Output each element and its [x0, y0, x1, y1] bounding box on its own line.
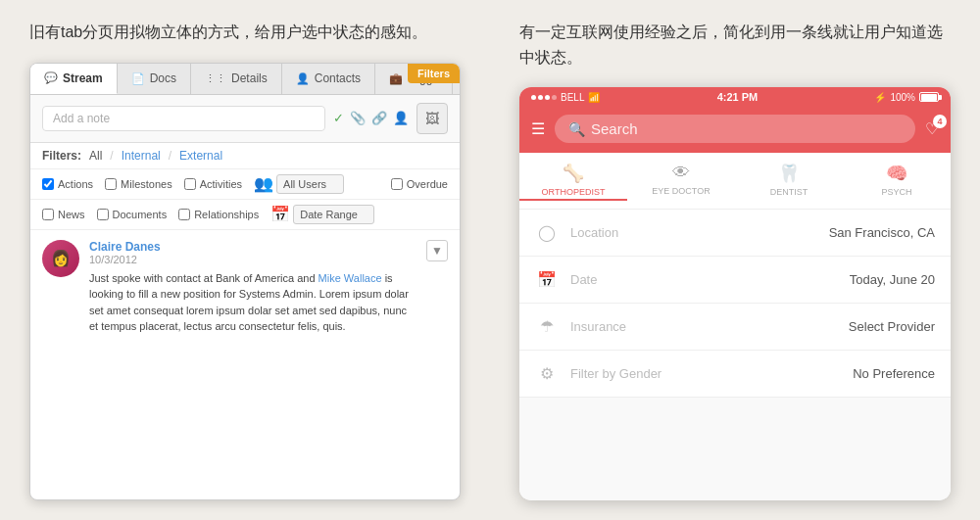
actions-checkbox[interactable]	[42, 178, 54, 190]
date-range-dropdown-wrap: 📅 Date Range	[270, 205, 374, 224]
link-icon: 🔗	[371, 111, 387, 125]
filters-label: Filters:	[42, 149, 81, 163]
filter-sep-1: /	[110, 149, 113, 163]
battery-fill	[921, 94, 937, 101]
details-icon: ⋮⋮	[205, 72, 226, 85]
post-content: Claire Danes 10/3/2012 Just spoke with c…	[89, 240, 416, 335]
all-users-dropdown[interactable]: All Users	[276, 174, 344, 194]
gender-icon: ⚙	[535, 364, 559, 383]
date-label: Date	[570, 272, 838, 287]
tab-details-label: Details	[231, 71, 268, 85]
location-row[interactable]: ◯ Location San Francisco, CA	[519, 210, 951, 257]
news-checkbox[interactable]	[42, 209, 54, 220]
dentist-icon: 🦷	[778, 163, 800, 184]
relationships-checkbox[interactable]	[178, 209, 190, 220]
note-input[interactable]: Add a note	[42, 106, 325, 131]
gender-row[interactable]: ⚙ Filter by Gender No Preference	[519, 351, 951, 398]
milestones-checkbox[interactable]	[105, 178, 117, 190]
cb-news: News	[42, 209, 85, 220]
right-panel: 有一定互联网使用经验之后，简化到用一条线就让用户知道选中状态。 BELL 📶 4…	[490, 0, 980, 520]
cb-actions: Actions	[42, 178, 93, 190]
desktop-app: 💬 Stream 📄 Docs ⋮⋮ Details 👤 Contacts 💼 …	[29, 63, 461, 500]
filters-badge[interactable]: Filters	[408, 64, 460, 83]
attach-icon: 📎	[350, 111, 366, 125]
milestones-label: Milestones	[121, 178, 172, 190]
signal-dot-1	[531, 95, 536, 100]
psych-icon: 🧠	[886, 163, 907, 184]
gender-label: Filter by Gender	[570, 366, 841, 381]
filter-external[interactable]: External	[179, 149, 222, 163]
filter-row: Filters: All / Internal / External	[30, 143, 460, 169]
orthopedist-icon: 🦴	[563, 163, 584, 184]
note-placeholder: Add a note	[53, 112, 110, 125]
relationships-label: Relationships	[194, 209, 259, 220]
documents-label: Documents	[113, 209, 168, 220]
mention-mike-wallace[interactable]: Mike Wallace	[318, 272, 382, 284]
user-icon: 👤	[393, 111, 409, 125]
cat-tab-psych[interactable]: 🧠 PSYCH	[843, 161, 951, 201]
insurance-row[interactable]: ☂ Insurance Select Provider	[519, 304, 951, 351]
mobile-app: BELL 📶 4:21 PM ⚡ 100% ☰ 🔍 Search ♡ 4	[519, 87, 951, 500]
insurance-value: Select Provider	[849, 319, 935, 334]
overdue-checkbox[interactable]	[391, 178, 403, 190]
tab-stream-label: Stream	[63, 71, 103, 85]
tab-contacts[interactable]: 👤 Contacts	[282, 64, 375, 94]
filter-all[interactable]: All	[89, 149, 102, 163]
location-label: Location	[570, 225, 817, 240]
status-right: ⚡ 100%	[874, 92, 939, 103]
mobile-search-bar: ☰ 🔍 Search ♡ 4	[519, 107, 951, 153]
tab-details[interactable]: ⋮⋮ Details	[191, 64, 282, 94]
tab-stream[interactable]: 💬 Stream	[30, 64, 118, 94]
left-panel: 旧有tab分页用拟物立体的方式，给用户选中状态的感知。 💬 Stream 📄 D…	[0, 0, 490, 520]
contacts-icon: 👤	[296, 72, 310, 85]
signal-dot-4	[552, 95, 557, 100]
search-icon: 🔍	[568, 121, 585, 137]
stream-icon: 💬	[44, 71, 58, 84]
gender-value: No Preference	[853, 366, 935, 381]
tab-docs-label: Docs	[150, 71, 176, 85]
signal-dot-2	[538, 95, 543, 100]
post-author[interactable]: Claire Danes	[89, 240, 416, 254]
signal-dots	[531, 95, 557, 100]
insurance-label: Insurance	[570, 319, 837, 334]
location-value: San Francisco, CA	[829, 225, 935, 240]
orthopedist-label: ORTHOPEDIST	[542, 187, 606, 197]
search-placeholder: Search	[591, 120, 638, 137]
search-field[interactable]: 🔍 Search	[555, 115, 915, 143]
note-actions: ✓ 📎 🔗 👤	[333, 111, 409, 125]
date-range-dropdown[interactable]: Date Range	[293, 205, 374, 224]
hamburger-icon[interactable]: ☰	[531, 119, 545, 138]
date-icon: 📅	[535, 270, 559, 289]
cat-tab-orthopedist[interactable]: 🦴 ORTHOPEDIST	[519, 161, 627, 201]
post-item: 👩 Claire Danes 10/3/2012 Just spoke with…	[30, 230, 460, 345]
filter-sep-2: /	[169, 149, 172, 163]
users-icon: 👥	[254, 174, 273, 193]
category-tabs: 🦴 ORTHOPEDIST 👁 EYE DOCTOR 🦷 DENTIST 🧠 P…	[519, 153, 951, 210]
actions-label: Actions	[58, 178, 93, 190]
check-icon: ✓	[333, 111, 344, 125]
cat-tab-eye-doctor[interactable]: 👁 EYE DOCTOR	[627, 161, 735, 201]
documents-checkbox[interactable]	[97, 209, 109, 220]
tab-docs[interactable]: 📄 Docs	[118, 64, 191, 94]
status-time: 4:21 PM	[717, 91, 759, 103]
image-attach-button[interactable]: 🖼	[416, 103, 448, 134]
eye-doctor-label: EYE DOCTOR	[652, 186, 710, 196]
heart-badge: 4	[933, 115, 947, 128]
eye-doctor-icon: 👁	[672, 163, 690, 183]
signal-dot-3	[545, 95, 550, 100]
checkbox-row-2: News Documents Relationships 📅 Date Rang…	[30, 200, 460, 230]
detail-rows: ◯ Location San Francisco, CA 📅 Date Toda…	[519, 210, 951, 500]
mobile-status-bar: BELL 📶 4:21 PM ⚡ 100%	[519, 87, 951, 107]
filter-internal[interactable]: Internal	[122, 149, 161, 163]
post-collapse-button[interactable]: ▼	[426, 240, 448, 261]
calendar-icon: 📅	[270, 205, 290, 223]
activities-checkbox[interactable]	[184, 178, 196, 190]
cb-milestones: Milestones	[105, 178, 172, 190]
dentist-label: DENTIST	[770, 187, 808, 197]
left-description: 旧有tab分页用拟物立体的方式，给用户选中状态的感知。	[29, 20, 461, 45]
date-value: Today, June 20	[850, 272, 935, 287]
overdue-label: Overdue	[407, 178, 448, 190]
giggs-icon: 💼	[389, 72, 403, 85]
date-row[interactable]: 📅 Date Today, June 20	[519, 257, 951, 304]
cat-tab-dentist[interactable]: 🦷 DENTIST	[735, 161, 843, 201]
